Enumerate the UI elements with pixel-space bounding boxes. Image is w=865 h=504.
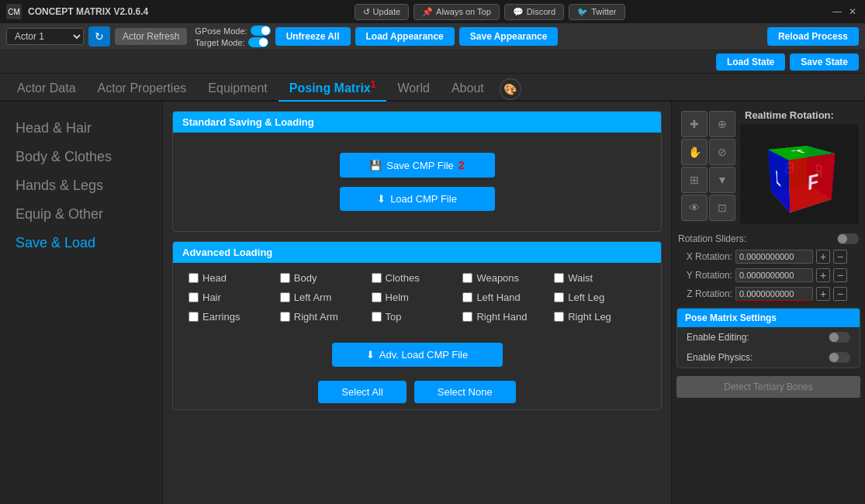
actor-refresh-button[interactable]: Actor Refresh [115, 28, 187, 45]
3d-cube: F B L R T [777, 149, 819, 201]
checkbox-earrings-input[interactable] [189, 312, 199, 322]
discord-button[interactable]: 💬 Discord [504, 4, 564, 20]
checkbox-grid: Head Body Clothes Weapons Waist Hair Lef… [173, 263, 661, 332]
right-panel: ✚ ⊕ ✋ ⊘ ⊞ ▼ 👁 ⊡ Realtime Rotation: F B [671, 102, 865, 504]
sidebar-item-hands-legs[interactable]: Hands & Legs [0, 171, 162, 200]
tab-world[interactable]: World [386, 77, 441, 102]
checkbox-waist: Waist [554, 272, 645, 284]
mode-toggles: GPose Mode: Target Mode: [195, 26, 270, 47]
adv-load-cmp-button[interactable]: ⬇ Adv. Load CMP File [332, 343, 503, 367]
bone-icons-grid: ✚ ⊕ ✋ ⊘ ⊞ ▼ 👁 ⊡ [676, 106, 739, 226]
save-appearance-button[interactable]: Save Appearance [459, 27, 559, 46]
checkbox-right-arm: Right Arm [280, 311, 372, 323]
advanced-loading-panel: Advanced Loading Head Body Clothes Weapo… [172, 241, 662, 410]
rotation-title: Realtime Rotation: [739, 106, 860, 123]
gpose-toggle[interactable] [251, 26, 271, 36]
sidebar-item-head-hair[interactable]: Head & Hair [0, 114, 162, 143]
y-rotation-input[interactable] [735, 268, 813, 282]
z-rotation-decrement[interactable]: − [833, 287, 847, 301]
nav-tabs: Actor Data Actor Properties Equipment Po… [0, 74, 865, 102]
checkbox-right-leg: Right Leg [554, 311, 645, 323]
target-label: Target Mode: [195, 38, 244, 47]
tab-posing-matrix[interactable]: Posing Matrix1 [279, 74, 387, 102]
gpose-label: GPose Mode: [195, 26, 247, 36]
sidebar-item-equip-other[interactable]: Equip & Other [0, 200, 162, 229]
z-rotation-label: Z Rotation: [678, 288, 732, 299]
rotation-sliders-toggle[interactable] [837, 233, 859, 244]
tab-about[interactable]: About [441, 77, 495, 102]
bone-icon-4[interactable]: ⊘ [709, 139, 735, 165]
checkbox-body-input[interactable] [280, 273, 290, 283]
checkbox-left-leg: Left Leg [554, 292, 645, 303]
tab-equipment[interactable]: Equipment [197, 77, 279, 102]
bone-icon-3[interactable]: ✋ [681, 139, 708, 165]
unfreeze-all-button[interactable]: Unfreeze All [275, 27, 351, 46]
bone-icon-6[interactable]: ▼ [709, 167, 735, 193]
load-cmp-button[interactable]: ⬇ Load CMP File [340, 187, 495, 211]
load-state-button[interactable]: Load State [716, 54, 785, 71]
y-rotation-increment[interactable]: + [816, 268, 830, 282]
save-badge: 2 [458, 159, 465, 171]
save-state-button[interactable]: Save State [790, 54, 859, 71]
select-none-button[interactable]: Select None [414, 381, 516, 403]
z-rotation-input[interactable] [735, 287, 813, 301]
main-area: Head & Hair Body & Clothes Hands & Legs … [0, 102, 865, 504]
actor-select[interactable]: Actor 1 [6, 28, 84, 45]
detect-tertiary-bones-button[interactable]: Detect Tertiary Bones [676, 376, 860, 398]
sidebar-item-save-load[interactable]: Save & Load [0, 229, 162, 257]
rotation-sliders-label: Rotation Sliders: [678, 233, 832, 244]
refresh-icon-button[interactable]: ↻ [88, 26, 110, 47]
x-rotation-input[interactable] [735, 250, 813, 264]
content-area: Standard Saving & Loading 💾 Save CMP Fil… [163, 102, 671, 504]
save-cmp-button[interactable]: 💾 Save CMP File 2 [340, 153, 495, 178]
checkbox-right-leg-input[interactable] [554, 312, 564, 322]
standard-saving-panel: Standard Saving & Loading 💾 Save CMP Fil… [172, 111, 662, 232]
app-title: CONCEPT MATRIX V2.0.6.4 [28, 6, 148, 17]
checkbox-hair-input[interactable] [189, 292, 199, 302]
bone-icon-5[interactable]: ⊞ [681, 167, 708, 193]
target-toggle[interactable] [248, 37, 268, 47]
checkbox-earrings: Earrings [189, 311, 280, 323]
checkbox-waist-input[interactable] [554, 273, 564, 283]
always-on-top-button[interactable]: 📌 Always on Top [413, 4, 500, 20]
y-rotation-decrement[interactable]: − [833, 268, 847, 282]
checkbox-clothes-input[interactable] [372, 273, 382, 283]
checkbox-head-input[interactable] [189, 273, 199, 283]
checkbox-right-hand: Right Hand [462, 311, 554, 323]
adv-load-btn-row: ⬇ Adv. Load CMP File [173, 332, 661, 375]
checkbox-weapons-input[interactable] [462, 273, 472, 283]
right-top: ✚ ⊕ ✋ ⊘ ⊞ ▼ 👁 ⊡ Realtime Rotation: F B [672, 102, 865, 230]
enable-physics-toggle[interactable] [829, 352, 850, 363]
select-all-button[interactable]: Select All [318, 381, 406, 403]
twitter-button[interactable]: 🐦 Twitter [569, 4, 625, 20]
z-rotation-increment[interactable]: + [816, 287, 830, 301]
checkbox-left-arm-input[interactable] [280, 292, 290, 302]
checkbox-right-hand-input[interactable] [462, 312, 472, 322]
bone-icon-1[interactable]: ✚ [681, 111, 708, 137]
bone-icon-2[interactable]: ⊕ [709, 111, 735, 137]
load-appearance-button[interactable]: Load Appearance [355, 27, 455, 46]
checkbox-head: Head [189, 272, 280, 284]
standard-panel-header: Standard Saving & Loading [173, 112, 661, 133]
close-button[interactable]: ✕ [846, 5, 859, 18]
x-rotation-increment[interactable]: + [816, 250, 830, 264]
tab-actor-properties[interactable]: Actor Properties [87, 77, 198, 102]
tab-actor-data[interactable]: Actor Data [6, 77, 87, 102]
checkbox-left-hand-input[interactable] [462, 292, 472, 302]
checkbox-left-leg-input[interactable] [554, 292, 564, 302]
enable-editing-label: Enable Editing: [687, 332, 749, 343]
pose-matrix-settings: Pose Matrix Settings Enable Editing: Ena… [676, 308, 860, 368]
sidebar-item-body-clothes[interactable]: Body & Clothes [0, 143, 162, 171]
checkbox-right-arm-input[interactable] [280, 312, 290, 322]
y-rotation-row: Y Rotation: + − [672, 266, 865, 285]
bone-icon-7[interactable]: 👁 [681, 195, 708, 221]
bone-icon-8[interactable]: ⊡ [709, 195, 735, 221]
checkbox-top-input[interactable] [372, 312, 382, 322]
x-rotation-decrement[interactable]: − [833, 250, 847, 264]
checkbox-helm-input[interactable] [372, 292, 382, 302]
enable-editing-toggle[interactable] [829, 332, 850, 343]
minimize-button[interactable]: — [831, 5, 843, 18]
update-button[interactable]: ↺ Update [355, 4, 409, 20]
appearance-icon-button[interactable]: 🎨 [500, 78, 521, 100]
reload-process-button[interactable]: Reload Process [767, 27, 859, 46]
